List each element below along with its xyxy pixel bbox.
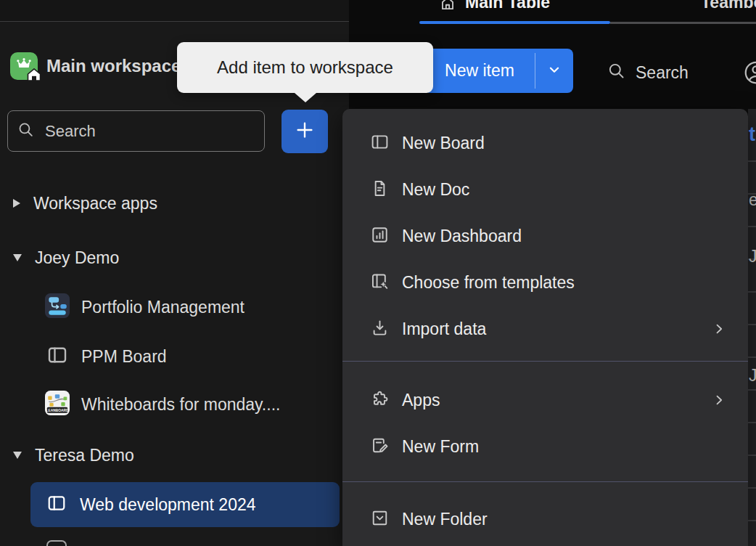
menu-item-choose-from-templates[interactable]: Choose from templates bbox=[342, 259, 748, 306]
person-circle-icon[interactable] bbox=[743, 60, 756, 89]
board-label: Whiteboards for monday.... bbox=[81, 395, 280, 415]
tooltip-add-item-to-workspace: Add item to workspace bbox=[177, 42, 433, 93]
sidebar-group-teresa-demo[interactable]: Teresa Demo bbox=[0, 441, 349, 470]
menu-item-label: New Form bbox=[402, 437, 479, 457]
peek-text: J bbox=[749, 366, 756, 386]
portfolio-app-icon bbox=[45, 293, 70, 321]
tab-teamboard[interactable]: Teamboard bbox=[701, 0, 756, 12]
search-icon bbox=[17, 121, 35, 142]
sidebar-item-portfolio-management[interactable]: Portfolio Management bbox=[30, 285, 340, 330]
board-icon bbox=[370, 132, 390, 155]
form-icon bbox=[370, 436, 390, 458]
workspace-title: Main workspace bbox=[46, 56, 181, 76]
menu-divider bbox=[342, 481, 748, 482]
group-label: Teresa Demo bbox=[35, 446, 134, 465]
new-item-dropdown-button[interactable] bbox=[535, 49, 573, 93]
menu-item-label: New Folder bbox=[402, 510, 488, 529]
menu-item-new-form[interactable]: New Form bbox=[342, 423, 748, 470]
board-label: Web development 2024 bbox=[80, 495, 256, 515]
background-table-strip: t e J J bbox=[748, 109, 756, 546]
tooltip-text: Add item to workspace bbox=[217, 57, 393, 78]
chevron-down-icon[interactable] bbox=[13, 452, 22, 459]
peek-text: e bbox=[749, 190, 756, 210]
chevron-right-icon[interactable] bbox=[13, 199, 20, 208]
folder-icon bbox=[370, 508, 390, 531]
tabbar-divider bbox=[610, 22, 756, 24]
active-tab-underline bbox=[419, 21, 610, 24]
board-search-button[interactable]: Search bbox=[607, 60, 689, 86]
tab-main-table[interactable]: Main Table bbox=[465, 0, 550, 12]
peek-text: J bbox=[749, 247, 756, 266]
group-label: Joey Demo bbox=[35, 248, 119, 268]
sidebar-search-input[interactable] bbox=[45, 122, 255, 141]
sidebar-group-joey-demo[interactable]: Joey Demo bbox=[0, 243, 349, 272]
plus-icon bbox=[294, 119, 316, 144]
add-item-button[interactable] bbox=[282, 110, 328, 153]
sidebar-search-box[interactable] bbox=[7, 110, 265, 152]
dashboard-icon bbox=[370, 225, 390, 248]
search-icon bbox=[607, 61, 626, 85]
add-item-menu: New Board New Doc New Dashboard Choose f… bbox=[342, 109, 748, 546]
home-icon bbox=[438, 0, 457, 15]
menu-item-label: New Doc bbox=[402, 180, 469, 200]
templates-icon bbox=[370, 272, 390, 294]
board-search-label: Search bbox=[636, 63, 689, 83]
home-icon bbox=[25, 66, 43, 86]
peek-link-text: t bbox=[749, 123, 755, 146]
menu-item-label: Choose from templates bbox=[402, 273, 575, 293]
chevron-right-icon bbox=[712, 393, 726, 407]
app-window: Main Table Teamboard New item Search t e… bbox=[0, 0, 756, 546]
menu-item-label: Import data bbox=[402, 319, 486, 339]
whiteboard-icon-label: LEANBOARD bbox=[46, 409, 69, 412]
menu-item-new-board[interactable]: New Board bbox=[342, 120, 748, 166]
board-icon bbox=[46, 344, 68, 369]
menu-item-label: Apps bbox=[402, 391, 440, 410]
apps-icon bbox=[370, 389, 390, 412]
menu-item-apps[interactable]: Apps bbox=[342, 377, 748, 423]
sidebar-item-web-development-2024[interactable]: Web development 2024 bbox=[30, 482, 340, 527]
group-label: Workspace apps bbox=[33, 194, 157, 213]
menu-item-new-doc[interactable]: New Doc bbox=[342, 166, 748, 213]
workspace-header[interactable]: Main workspace bbox=[10, 52, 181, 80]
menu-item-import-data[interactable]: Import data bbox=[342, 306, 748, 352]
board-label: Portfolio Management bbox=[81, 298, 245, 317]
menu-item-label: New Board bbox=[402, 134, 485, 153]
whiteboard-app-icon: LEANBOARD bbox=[45, 391, 70, 418]
menu-item-new-dashboard[interactable]: New Dashboard bbox=[342, 213, 748, 259]
chevron-right-icon bbox=[712, 322, 726, 336]
import-icon bbox=[370, 318, 390, 341]
new-item-split-button[interactable]: New item bbox=[424, 49, 573, 93]
sidebar-group-workspace-apps[interactable]: Workspace apps bbox=[0, 189, 349, 218]
board-label: PPM Board bbox=[81, 347, 167, 367]
doc-icon bbox=[370, 179, 390, 201]
sidebar-item-whiteboards[interactable]: LEANBOARD Whiteboards for monday.... bbox=[30, 382, 340, 427]
board-icon bbox=[46, 540, 67, 546]
chevron-down-icon[interactable] bbox=[13, 254, 22, 261]
chevron-down-icon bbox=[546, 62, 562, 81]
workspace-avatar bbox=[10, 52, 38, 80]
menu-item-label: New Dashboard bbox=[402, 227, 522, 246]
sidebar-item-ppm-board[interactable]: PPM Board bbox=[30, 334, 340, 379]
board-icon bbox=[46, 493, 67, 516]
new-item-button[interactable]: New item bbox=[424, 49, 535, 93]
sidebar-top-strip bbox=[0, 0, 349, 22]
menu-divider bbox=[342, 361, 748, 362]
menu-item-new-folder[interactable]: New Folder bbox=[342, 496, 748, 542]
